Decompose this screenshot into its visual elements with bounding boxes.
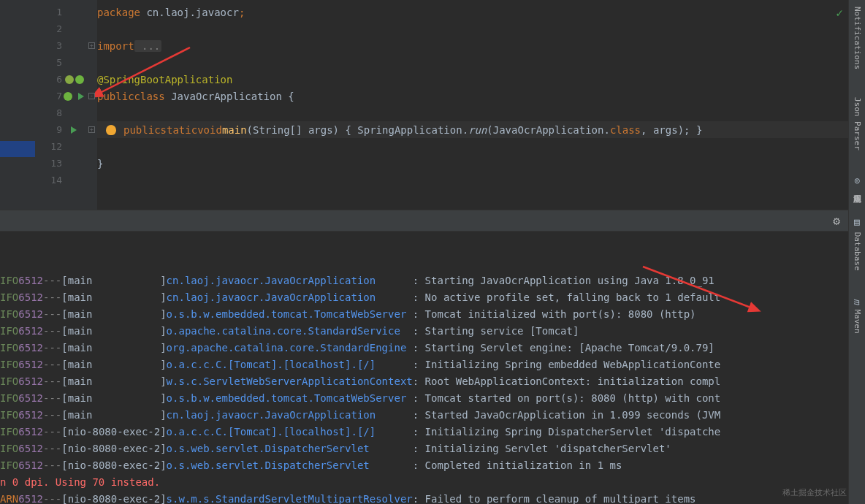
selection-indicator (0, 141, 35, 157)
class-ref: SpringApplication (357, 124, 462, 136)
log-line: IFO 6512 --- [nio-8080-exec-2] o.s.web.s… (0, 440, 865, 457)
spring-icon[interactable] (75, 75, 84, 84)
class-name: JavaOcrApplication (165, 91, 289, 102)
sidebar-item-app-monitor[interactable]: ⊙ 应用观测器 (850, 175, 864, 191)
line-number: 12 (50, 141, 62, 152)
args: (JavaOcrApplication. (487, 124, 610, 136)
line-number: 8 (56, 107, 62, 118)
brace: } (696, 124, 702, 136)
args: , args); (641, 124, 696, 136)
keyword: class (610, 124, 641, 136)
log-line: IFO 6512 --- [main ] o.a.c.c.C.[Tomcat].… (0, 356, 865, 373)
log-error-line: n 0 dpi. Using 70 instead. (0, 473, 865, 490)
keyword: static (161, 124, 198, 136)
inspection-ok-icon[interactable]: ✓ (836, 6, 843, 20)
log-line: IFO 6512 --- [main ] cn.laoj.javaocr.Jav… (0, 289, 865, 305)
sidebar-item-notifications[interactable]: Notifications (851, 4, 864, 72)
brace: { (288, 91, 294, 102)
bean-icon[interactable] (65, 75, 74, 84)
fold-icon[interactable]: - (88, 93, 95, 99)
log-line: IFO 6512 --- [main ] org.apache.catalina… (0, 339, 865, 356)
log-line: IFO 6512 --- [nio-8080-exec-2] o.a.c.c.C… (0, 423, 865, 440)
console[interactable]: IFO 6512 --- [main ] cn.laoj.javaocr.Jav… (0, 232, 865, 504)
fold-icon[interactable]: + (88, 42, 95, 49)
keyword: import (97, 40, 134, 52)
sidebar-item-maven[interactable]: m Maven (850, 296, 864, 337)
line-number: 6 (56, 74, 62, 85)
run-icon[interactable] (78, 93, 84, 100)
breakpoint-margin[interactable] (0, 0, 35, 210)
log-line: IFO 6512 --- [main ] o.s.b.w.embedded.to… (0, 305, 865, 322)
method-name: main (222, 124, 247, 136)
log-warn-line: ARN 6512 --- [nio-8080-exec-2] s.w.m.s.S… (0, 490, 865, 504)
keyword: public (97, 91, 134, 102)
fold-icon[interactable]: + (88, 126, 95, 133)
code-editor[interactable]: 1 2 3+ 5 6 7- 8 9+ 12 13 14 package cn.l… (0, 0, 865, 210)
line-number: 13 (50, 158, 62, 169)
method-call: .run (462, 124, 487, 136)
line-number: 2 (56, 23, 62, 34)
brace: } (97, 158, 103, 169)
package-name: cn.laoj.javaocr (140, 7, 239, 18)
sidebar-item-json-parser[interactable]: Json Parser (851, 94, 864, 153)
fold-placeholder[interactable]: ... (134, 40, 162, 52)
keyword: package (97, 7, 140, 18)
spring-icon[interactable] (64, 92, 72, 101)
log-line: IFO 6512 --- [main ] o.apache.catalina.c… (0, 322, 865, 339)
keyword: public (123, 124, 161, 136)
sidebar-item-database[interactable]: ▤ Database (850, 213, 864, 274)
gutter[interactable]: 1 2 3+ 5 6 7- 8 9+ 12 13 14 (35, 0, 97, 210)
params: (String[] args) (247, 124, 346, 136)
log-line: IFO 6512 --- [main ] w.s.c.ServletWebSer… (0, 373, 865, 389)
log-line: IFO 6512 --- [main ] cn.laoj.javaocr.Jav… (0, 406, 865, 423)
line-number: 1 (56, 7, 62, 18)
keyword: void (197, 124, 222, 136)
tool-window-header[interactable]: ⚙ — (0, 210, 865, 232)
log-line: IFO 6512 --- [nio-8080-exec-2] o.s.web.s… (0, 457, 865, 473)
bulb-icon[interactable] (106, 125, 116, 135)
line-number: 7 (56, 91, 62, 102)
line-number: 5 (56, 57, 62, 68)
keyword: class (134, 91, 165, 102)
right-tool-sidebar: Notifications Json Parser ⊙ 应用观测器 ▤ Data… (848, 0, 865, 504)
run-icon[interactable] (71, 126, 77, 134)
log-line: IFO 6512 --- [main ] o.s.b.w.embedded.to… (0, 389, 865, 406)
annotation: @SpringBootApplication (97, 74, 232, 85)
brace: { (345, 124, 357, 136)
line-number: 3 (56, 40, 62, 51)
gear-icon[interactable]: ⚙ (833, 214, 840, 228)
code-content[interactable]: package cn.laoj.javaocr; import ... @Spr… (97, 0, 865, 210)
line-number: 14 (50, 175, 62, 186)
line-number: 9 (56, 124, 62, 135)
log-line: IFO 6512 --- [main ] cn.laoj.javaocr.Jav… (0, 272, 865, 289)
watermark: 稀土掘金技术社区 (782, 487, 847, 498)
